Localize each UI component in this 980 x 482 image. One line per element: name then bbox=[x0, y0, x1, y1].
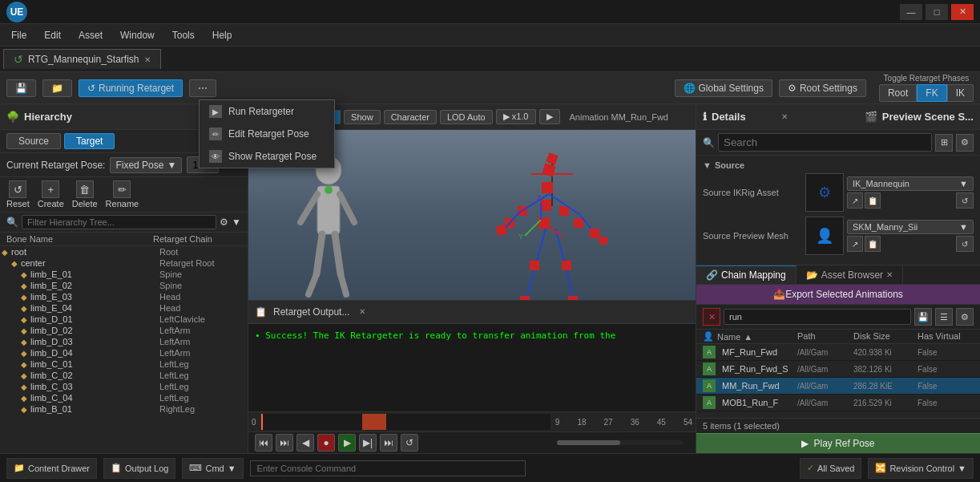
ab-settings-button[interactable]: ⚙ bbox=[956, 308, 974, 326]
ikrig-dropdown[interactable]: IK_Mannequin ▼ bbox=[847, 176, 974, 191]
chain-mapping-tab[interactable]: 🔗 Chain Mapping bbox=[696, 265, 797, 284]
ab-list-item[interactable]: A MOB1_Run_F /All/Gam 216.529 Ki False bbox=[696, 395, 980, 411]
tree-item[interactable]: ◆ limb_C_04 LeftLeg bbox=[0, 392, 248, 403]
ikrig-copy-button[interactable]: 📋 bbox=[865, 192, 881, 209]
edit-retarget-pose-item[interactable]: ✏ Edit Retarget Pose bbox=[200, 123, 334, 145]
menu-asset[interactable]: Asset bbox=[71, 28, 111, 43]
ikrig-reset-button[interactable]: ↺ bbox=[956, 192, 974, 209]
menu-help[interactable]: Help bbox=[204, 28, 240, 43]
root-phase-button[interactable]: Root bbox=[879, 84, 917, 102]
details-search-input[interactable] bbox=[718, 133, 932, 152]
more-vp-button[interactable]: ▶ bbox=[539, 109, 560, 124]
timeline-track[interactable]: 0 9 18 27 36 45 54 bbox=[248, 412, 696, 431]
minimize-button[interactable]: — bbox=[900, 4, 922, 20]
ab-list-item[interactable]: A MF_Run_Fwd /All/Gam 420.938 Ki False bbox=[696, 344, 980, 361]
tab-close-button[interactable]: ✕ bbox=[144, 55, 151, 64]
tree-item[interactable]: ◆ limb_D_03 LeftArm bbox=[0, 336, 248, 347]
ab-clear-button[interactable]: ✕ bbox=[703, 308, 720, 326]
ab-list-item[interactable]: A MM_Run_Fwd /All/Gam 286.28 KiE False bbox=[696, 378, 980, 395]
target-button[interactable]: Target bbox=[64, 133, 115, 149]
content-drawer-button[interactable]: 📁 Content Drawer bbox=[6, 458, 97, 479]
prev-frame-button[interactable]: ⏭ bbox=[276, 434, 293, 452]
pose-dropdown[interactable]: Fixed Pose ▼ bbox=[110, 157, 182, 173]
console-input[interactable] bbox=[250, 460, 526, 476]
tree-item[interactable]: ◆ limb_E_02 Spine bbox=[0, 280, 248, 291]
retarget-output-close[interactable]: ✕ bbox=[359, 307, 365, 316]
filter-settings-icon[interactable]: ⚙ bbox=[220, 217, 228, 228]
ikrig-nav-button[interactable]: ↗ bbox=[847, 192, 863, 209]
mesh-copy-button[interactable]: 📋 bbox=[865, 236, 881, 252]
filter-bar: 🔍 ⚙ ▼ bbox=[0, 213, 248, 233]
tree-item[interactable]: ◆ limb_B_01 RightLeg bbox=[0, 403, 248, 415]
details-settings-button[interactable]: ⚙ bbox=[956, 134, 974, 152]
ik-phase-button[interactable]: IK bbox=[947, 84, 974, 102]
show-retarget-pose-item[interactable]: 👁 Show Retarget Pose bbox=[200, 145, 334, 168]
export-bar[interactable]: 📤 Export Selected Animations bbox=[696, 285, 980, 305]
cmd-button[interactable]: ⌨ Cmd ▼ bbox=[182, 458, 243, 479]
mesh-nav-button[interactable]: ↗ bbox=[847, 236, 863, 252]
character-button[interactable]: Character bbox=[384, 110, 437, 124]
tree-item[interactable]: ◆ center Retarget Root bbox=[0, 257, 248, 269]
reset-action[interactable]: ↺ Reset bbox=[6, 180, 30, 209]
tree-item[interactable]: ◆ limb_D_04 LeftArm bbox=[0, 347, 248, 358]
tree-item[interactable]: ◆ limb_E_03 Head bbox=[0, 291, 248, 302]
all-saved-status[interactable]: ✓ All Saved bbox=[800, 458, 861, 479]
bone-name: limb_E_01 bbox=[30, 269, 72, 279]
menu-edit[interactable]: Edit bbox=[36, 28, 69, 43]
menu-tools[interactable]: Tools bbox=[164, 28, 203, 43]
revision-control-button[interactable]: 🔀 Revision Control ▼ bbox=[868, 458, 974, 479]
global-settings-button[interactable]: 🌐 Global Settings bbox=[675, 79, 772, 97]
rename-action[interactable]: ✏ Rename bbox=[106, 180, 139, 209]
step-forward-button[interactable]: ▶| bbox=[359, 434, 377, 452]
run-retargeter-item[interactable]: ▶ Run Retargeter bbox=[200, 100, 334, 123]
ab-search-input[interactable] bbox=[724, 309, 911, 325]
create-action[interactable]: + Create bbox=[38, 180, 64, 209]
details-grid-button[interactable]: ⊞ bbox=[935, 134, 953, 152]
tree-item[interactable]: ◆ limb_D_01 LeftClavicle bbox=[0, 314, 248, 325]
filter-expand-icon[interactable]: ▼ bbox=[232, 217, 241, 228]
play-ref-button[interactable]: ▶ Play Ref Pose bbox=[696, 433, 980, 453]
menu-window[interactable]: Window bbox=[112, 28, 163, 43]
content-button[interactable]: 📁 bbox=[42, 79, 72, 97]
loop-button[interactable]: ↺ bbox=[401, 434, 418, 452]
tree-item[interactable]: ◆ limb_E_04 Head bbox=[0, 302, 248, 314]
source-button[interactable]: Source bbox=[6, 133, 61, 149]
mesh-dropdown[interactable]: SKM_Manny_Sii ▼ bbox=[847, 220, 974, 234]
fk-phase-button[interactable]: FK bbox=[917, 84, 946, 102]
close-button[interactable]: ✕ bbox=[951, 4, 974, 20]
filter-input[interactable] bbox=[22, 215, 216, 229]
ab-save-button[interactable]: 💾 bbox=[914, 308, 932, 326]
speed-button[interactable]: ▶ x1.0 bbox=[496, 109, 536, 124]
tree-item[interactable]: ◆ limb_C_02 LeftLeg bbox=[0, 370, 248, 381]
output-log-button[interactable]: 📋 Output Log bbox=[103, 458, 175, 479]
root-settings-button[interactable]: ⚙ Root Settings bbox=[779, 79, 866, 97]
main-tab[interactable]: ↺ RTG_Mannequin_Starfish ✕ bbox=[3, 49, 161, 69]
mesh-reset-button[interactable]: ↺ bbox=[956, 236, 974, 252]
skip-start-button[interactable]: ⏮ bbox=[255, 434, 272, 452]
details-close-button[interactable]: ✕ bbox=[781, 112, 788, 121]
lod-button[interactable]: LOD Auto bbox=[440, 110, 493, 124]
running-retarget-button[interactable]: ↺ Running Retarget bbox=[79, 79, 183, 97]
tree-item[interactable]: ◆ limb_C_01 LeftLeg bbox=[0, 358, 248, 370]
next-frame-button[interactable]: ⏭ bbox=[380, 434, 397, 452]
show-button[interactable]: Show bbox=[344, 110, 381, 124]
menu-file[interactable]: File bbox=[3, 28, 34, 43]
asset-browser-close[interactable]: ✕ bbox=[886, 270, 893, 279]
edit-retarget-pose-label: Edit Retarget Pose bbox=[228, 128, 309, 140]
ab-list-view-button[interactable]: ☰ bbox=[935, 308, 953, 326]
source-collapse-icon[interactable]: ▼ bbox=[703, 160, 712, 170]
tree-item[interactable]: ◆ root Root bbox=[0, 246, 248, 257]
bone-tree[interactable]: ◆ root Root ◆ center Retarget Root ◆ lim… bbox=[0, 246, 248, 453]
record-button[interactable]: ● bbox=[317, 434, 335, 452]
step-back-button[interactable]: ◀ bbox=[296, 434, 314, 452]
delete-action[interactable]: 🗑 Delete bbox=[72, 180, 98, 209]
maximize-button[interactable]: □ bbox=[926, 4, 948, 20]
play-button[interactable]: ▶ bbox=[338, 434, 356, 452]
save-button[interactable]: 💾 bbox=[6, 79, 36, 97]
tree-item[interactable]: ◆ limb_D_02 LeftArm bbox=[0, 325, 248, 336]
more-options-button[interactable]: ⋯ bbox=[189, 79, 216, 97]
ab-list-item[interactable]: A MF_Run_Fwd_S /All/Gam 382.126 Ki False bbox=[696, 361, 980, 378]
asset-browser-tab[interactable]: 📂 Asset Browser ✕ bbox=[797, 265, 903, 284]
tree-item[interactable]: ◆ limb_C_03 LeftLeg bbox=[0, 381, 248, 392]
tree-item[interactable]: ◆ limb_E_01 Spine bbox=[0, 269, 248, 280]
